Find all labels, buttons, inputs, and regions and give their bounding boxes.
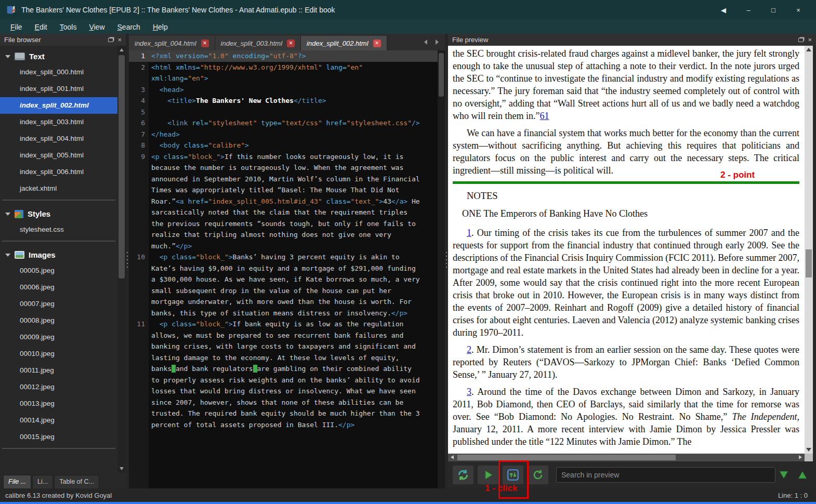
- file-item[interactable]: 00006.jpeg: [0, 279, 117, 296]
- code-token: and bank regulators: [176, 365, 253, 373]
- preview-search-input[interactable]: [556, 467, 775, 483]
- code-line[interactable]: 8 <body class="calibre">: [129, 140, 438, 151]
- code-line[interactable]: 3 <head>: [129, 84, 438, 96]
- file-item[interactable]: 00014.jpeg: [0, 412, 117, 429]
- dock-tab[interactable]: Table of C...: [54, 475, 99, 488]
- menu-item-search[interactable]: Search: [111, 21, 147, 33]
- menu-item-help[interactable]: Help: [147, 21, 174, 33]
- code-token: "en": [188, 74, 204, 82]
- file-item[interactable]: stylesheet.css: [0, 221, 117, 238]
- scroll-down-icon[interactable]: [120, 467, 124, 470]
- scroll-up-icon[interactable]: [806, 48, 811, 51]
- code-line[interactable]: 10 <p class="block_">Banks’ having 3 per…: [129, 251, 438, 319]
- file-item[interactable]: index_split_005.html: [0, 147, 117, 164]
- file-item[interactable]: 00015.jpeg: [0, 429, 117, 445]
- scroll-left-icon[interactable]: [451, 455, 454, 459]
- scroll-down-icon[interactable]: [806, 448, 811, 452]
- preview-vertical-scrollbar[interactable]: [805, 46, 813, 454]
- code-line[interactable]: 6 <link rel="stylesheet" type="text/css"…: [129, 117, 438, 129]
- code-line[interactable]: 9<p class="block_">If this number looks …: [129, 151, 438, 252]
- scrollbar-thumb[interactable]: [457, 455, 676, 460]
- file-item[interactable]: 00011.jpeg: [0, 362, 117, 379]
- section-styles[interactable]: Styles: [0, 203, 117, 221]
- note-link[interactable]: 3: [467, 387, 471, 397]
- file-item[interactable]: index_split_004.html: [0, 130, 117, 147]
- tab-label: index_split_003.html: [221, 39, 283, 47]
- find-next-icon[interactable]: [779, 470, 789, 480]
- menu-item-file[interactable]: File: [4, 21, 29, 33]
- text-segment: . Mr. Dimon’s statement is from an earli…: [453, 344, 799, 380]
- maximize-button[interactable]: □: [761, 0, 786, 20]
- menu-item-tools[interactable]: Tools: [54, 21, 83, 33]
- close-panel-button[interactable]: ×: [117, 37, 122, 43]
- file-tree: Textindex_split_000.htmlindex_split_001.…: [0, 46, 117, 473]
- editor-tab[interactable]: index_split_003.html×: [215, 36, 301, 50]
- dock-tab[interactable]: Li...: [32, 475, 53, 488]
- code-line[interactable]: 5: [129, 107, 438, 118]
- app-icon: [5, 4, 17, 16]
- code-line[interactable]: 2<html xmlns="http://www.w3.org/1999/xht…: [129, 62, 438, 84]
- note-link[interactable]: 61: [539, 111, 549, 121]
- code-token: >: [379, 197, 383, 205]
- file-item[interactable]: 00008.jpeg: [0, 312, 117, 329]
- scrollbar-thumb[interactable]: [439, 53, 444, 97]
- section-text[interactable]: Text: [0, 46, 117, 64]
- float-panel-button[interactable]: [108, 36, 113, 44]
- scroll-right-icon[interactable]: [799, 455, 802, 459]
- file-item[interactable]: index_split_001.html: [0, 81, 117, 97]
- code-text: </head>: [149, 129, 438, 140]
- scrollbar-thumb[interactable]: [806, 249, 812, 277]
- editor-tab[interactable]: index_split_002.html×: [301, 36, 387, 50]
- refresh-preview-button[interactable]: [452, 465, 474, 485]
- code-line[interactable]: 7</head>: [129, 129, 438, 140]
- file-item[interactable]: index_split_002.html: [0, 97, 117, 114]
- note-link[interactable]: 2: [467, 344, 471, 355]
- section-images[interactable]: Images: [0, 244, 117, 262]
- file-tree-scrollbar[interactable]: [117, 46, 126, 473]
- scroll-up-icon[interactable]: [120, 48, 124, 51]
- file-item[interactable]: jacket.xhtml: [0, 180, 117, 197]
- code-token: class=: [184, 141, 208, 149]
- code-line[interactable]: 4 <title>The Bankers' New Clothes</title…: [129, 95, 438, 107]
- code-token: <head>: [151, 86, 184, 94]
- code-token: <p: [151, 253, 172, 261]
- dock-tab[interactable]: File ...: [3, 475, 31, 488]
- file-item[interactable]: 00012.jpeg: [0, 379, 117, 395]
- editor-scrollbar[interactable]: [438, 50, 445, 488]
- code-text: <p class="block_">If bank equity is as l…: [149, 319, 438, 430]
- note-link[interactable]: 1: [467, 228, 471, 238]
- code-editor[interactable]: 1<?xml version="1.0" encoding="utf-8"?>2…: [129, 50, 438, 488]
- preview-paragraph: 3. Around the time of the Davos exchange…: [453, 386, 799, 448]
- scrollbar-thumb[interactable]: [119, 55, 125, 278]
- file-item[interactable]: index_split_006.html: [0, 164, 117, 180]
- menu-item-view[interactable]: View: [83, 21, 111, 33]
- find-previous-icon[interactable]: [797, 470, 808, 480]
- code-line[interactable]: 11 <p class="block_">If bank equity is a…: [129, 319, 438, 430]
- styles-icon: [15, 210, 23, 218]
- run-preview-button[interactable]: [477, 465, 499, 485]
- menu-item-edit[interactable]: Edit: [29, 21, 54, 33]
- file-item[interactable]: index_split_003.html: [0, 114, 117, 130]
- chevron-left-button[interactable]: ◀: [711, 0, 736, 20]
- file-item[interactable]: 00013.jpeg: [0, 395, 117, 412]
- close-button[interactable]: ×: [786, 0, 811, 20]
- close-panel-button[interactable]: ×: [808, 37, 812, 43]
- file-item[interactable]: 00005.jpeg: [0, 262, 117, 279]
- code-token: "block_": [196, 253, 229, 261]
- float-panel-button[interactable]: [798, 36, 804, 44]
- tab-close-icon[interactable]: ×: [287, 39, 295, 47]
- reload-preview-button[interactable]: [527, 465, 549, 485]
- file-item[interactable]: index_split_000.html: [0, 64, 117, 81]
- editor-tab[interactable]: index_split_004.html×: [129, 36, 215, 50]
- scroll-tabs-left-button[interactable]: [420, 35, 431, 49]
- line-number: 4: [129, 95, 149, 107]
- tab-close-icon[interactable]: ×: [201, 39, 209, 47]
- minimize-button[interactable]: –: [736, 0, 761, 20]
- code-line[interactable]: 1<?xml version="1.0" encoding="utf-8"?>: [129, 50, 438, 62]
- scroll-tabs-right-button[interactable]: [431, 35, 443, 49]
- file-item[interactable]: 00009.jpeg: [0, 329, 117, 346]
- file-item[interactable]: 00007.jpeg: [0, 296, 117, 312]
- file-item[interactable]: 00010.jpeg: [0, 346, 117, 362]
- code-token: "1.0": [208, 52, 229, 60]
- tab-close-icon[interactable]: ×: [373, 39, 381, 47]
